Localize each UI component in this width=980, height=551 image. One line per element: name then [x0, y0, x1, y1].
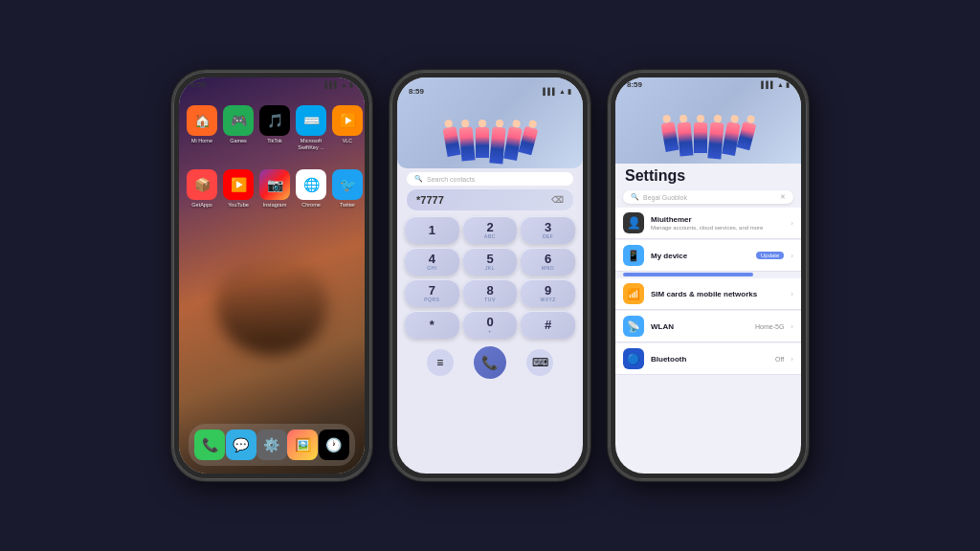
dialer-tabs-container: Recents Contacts Carrier Service 🔍 Searc… — [397, 151, 583, 385]
key-5-num: 5 — [486, 253, 493, 265]
swiftkey-label: Microsoft SwiftKey ... — [296, 138, 326, 150]
key-4-letters: GHI — [427, 265, 436, 271]
settings-item-device[interactable]: 📱 My device Update › — [615, 240, 801, 272]
account-chevron-icon: › — [791, 219, 793, 228]
bluetooth-value: Off — [775, 356, 784, 363]
account-text: Miuithemer Manage accounts, cloud servic… — [651, 215, 784, 231]
device-update-badge: Update — [756, 252, 784, 259]
settings-item-sim[interactable]: 📶 SIM cards & mobile networks › — [615, 278, 801, 310]
device-text: My device — [651, 252, 749, 260]
call-button[interactable]: 📞 — [474, 346, 506, 379]
key-8-letters: TUV — [484, 297, 496, 302]
backspace-icon[interactable]: ⌫ — [551, 195, 564, 205]
mi-home-label: Mi Home — [191, 138, 212, 144]
key-hash-num: # — [545, 319, 551, 331]
s-figure-3 — [694, 122, 707, 153]
key-1[interactable]: 1 — [405, 216, 459, 244]
settings-status-icons: ▌▌▌ ▲ ▮ — [761, 81, 790, 89]
device-progress-bar — [623, 273, 753, 276]
settings-item-bluetooth[interactable]: 🔵 Bluetooth Off › — [615, 343, 801, 375]
app-games[interactable]: 🎮 Games — [223, 105, 254, 150]
dialer-bottom-actions: ≡ 📞 ⌨ — [397, 342, 583, 385]
figure-2 — [459, 126, 476, 161]
dock-photos[interactable]: 🖼️ — [287, 430, 318, 460]
vlc-label: VLC — [343, 138, 353, 144]
s-figure-1 — [661, 121, 679, 152]
app-vlc[interactable]: ▶️ VLC — [332, 105, 363, 150]
wlan-text: WLAN — [651, 322, 748, 331]
settings-title: Settings — [615, 164, 801, 187]
key-9[interactable]: 9 WXYZ — [521, 279, 575, 307]
device-label: My device — [651, 252, 749, 260]
bluetooth-icon: 🔵 — [623, 348, 644, 369]
getapps-label: GetApps — [191, 202, 212, 209]
key-0[interactable]: 0 + — [463, 311, 518, 339]
key-2[interactable]: 2 ABC — [463, 216, 518, 244]
wlan-chevron-icon: › — [791, 322, 793, 331]
chrome-icon: 🌐 — [296, 169, 326, 200]
home-wallpaper-screen: 8:59 ▌▌▌ ▲ ▮ 🏠 Mi Home 🎮 Games 🎵 — [179, 77, 365, 474]
key-4[interactable]: 4 GHI — [405, 248, 459, 276]
twitter-icon: 🐦 — [332, 169, 363, 200]
key-7[interactable]: 7 PQRS — [405, 279, 459, 307]
key-2-letters: ABC — [484, 233, 496, 239]
phone-settings: 8:59 ▌▌▌ ▲ ▮ Settings 🔍 Begal Guoblok ✕ … — [608, 70, 809, 481]
getapps-icon: 📦 — [187, 169, 217, 200]
sim-text: SIM cards & mobile networks — [651, 290, 784, 298]
key-hash[interactable]: # — [521, 311, 575, 339]
dock-settings[interactable]: ⚙️ — [256, 430, 287, 460]
app-swiftkey[interactable]: ⌨️ Microsoft SwiftKey ... — [296, 105, 326, 150]
search-icon: 🔍 — [414, 175, 423, 183]
key-6[interactable]: 6 MNO — [521, 248, 575, 276]
settings-item-account[interactable]: 👤 Miuithemer Manage accounts, cloud serv… — [615, 208, 801, 239]
keypad-button[interactable]: ⌨ — [526, 349, 553, 376]
contact-search[interactable]: 🔍 Search contacts — [407, 172, 573, 186]
status-bar-settings: 8:59 ▌▌▌ ▲ ▮ — [615, 77, 801, 92]
dialer-time: 8:59 — [409, 87, 424, 96]
app-grid-row2: 📦 GetApps ▶️ YouTube 📷 Instagram 🌐 Chrom… — [179, 160, 365, 214]
dialer-wifi-icon: ▲ — [559, 88, 566, 95]
app-twitter[interactable]: 🐦 Twitter — [332, 169, 363, 209]
dialed-number: *7777 — [416, 194, 444, 206]
app-tiktok[interactable]: 🎵 TikTok — [259, 105, 290, 150]
key-8[interactable]: 8 TUV — [463, 279, 518, 307]
battery-icon: ▮ — [349, 81, 353, 89]
dialer-content: 8:59 ▌▌▌ ▲ ▮ Recents Contacts Carrier Se… — [397, 77, 583, 474]
s-figure-2 — [678, 121, 694, 156]
swiftkey-icon: ⌨️ — [296, 105, 326, 136]
app-getapps[interactable]: 📦 GetApps — [187, 169, 217, 209]
key-3[interactable]: 3 DEF — [521, 216, 575, 244]
settings-banner-figures — [615, 118, 801, 164]
mi-home-icon: 🏠 — [187, 105, 217, 136]
youtube-icon: ▶️ — [223, 169, 254, 200]
dock-phone[interactable]: 📞 — [194, 430, 225, 460]
app-chrome[interactable]: 🌐 Chrome — [296, 169, 326, 209]
key-star[interactable]: * — [405, 311, 459, 339]
games-label: Games — [230, 138, 247, 144]
app-youtube[interactable]: ▶️ YouTube — [223, 169, 254, 209]
figure-1 — [443, 126, 461, 157]
key-6-letters: MNO — [542, 265, 554, 271]
wlan-icon: 📡 — [623, 316, 644, 337]
dock-clock[interactable]: 🕐 — [319, 430, 349, 460]
dialer-status-icons: ▌▌▌ ▲ ▮ — [543, 88, 571, 96]
settings-item-wlan[interactable]: 📡 WLAN Home-5G › — [615, 311, 801, 342]
bluetooth-text: Bluetooth — [651, 355, 768, 364]
key-1-num: 1 — [429, 224, 435, 236]
menu-button[interactable]: ≡ — [427, 349, 454, 376]
bluetooth-chevron-icon: › — [791, 355, 793, 364]
tiktok-label: TikTok — [267, 138, 282, 144]
settings-search[interactable]: 🔍 Begal Guoblok ✕ — [623, 190, 793, 204]
twitter-label: Twitter — [340, 202, 355, 209]
dock-messages[interactable]: 💬 — [226, 430, 256, 460]
status-bar-dialer: 8:59 ▌▌▌ ▲ ▮ — [397, 84, 583, 99]
app-instagram[interactable]: 📷 Instagram — [259, 169, 290, 209]
settings-screen: 8:59 ▌▌▌ ▲ ▮ Settings 🔍 Begal Guoblok ✕ … — [615, 77, 801, 474]
app-mi-home[interactable]: 🏠 Mi Home — [187, 105, 217, 150]
dialer-battery-icon: ▮ — [568, 88, 571, 96]
account-icon: 👤 — [623, 212, 644, 233]
device-chevron-icon: › — [791, 252, 793, 260]
vlc-icon: ▶️ — [332, 105, 363, 136]
dock: 📞 💬 ⚙️ 🖼️ 🕐 — [189, 424, 355, 466]
key-5[interactable]: 5 JKL — [463, 248, 518, 276]
